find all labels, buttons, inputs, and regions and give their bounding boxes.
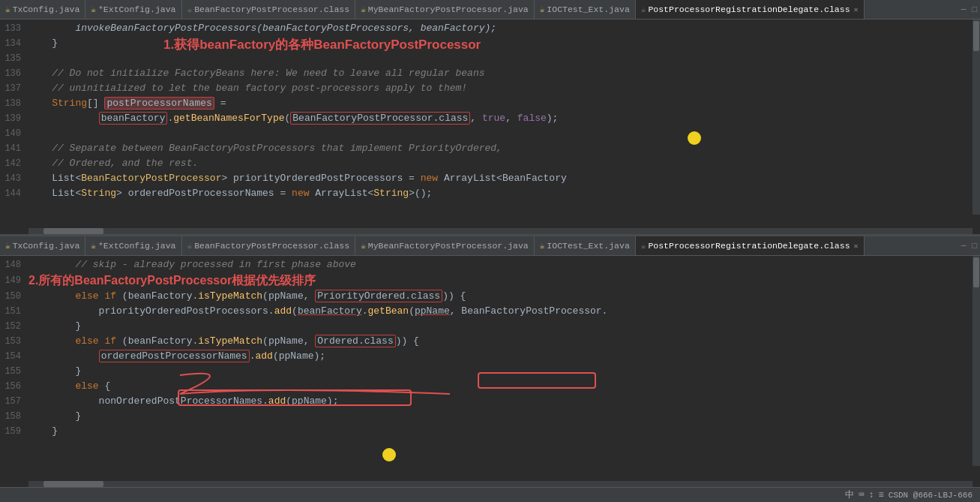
scrollbar-h-thumb[interactable] [43, 481, 103, 487]
line-content: // Do not initialize FactoryBeans here: … [28, 66, 485, 81]
tab-ioctest[interactable]: ☕ IOCTest_Ext.java [535, 0, 636, 19]
close-icon[interactable]: ✕ [854, 5, 859, 14]
java-icon: ☕ [91, 241, 96, 251]
java-icon: ☕ [5, 241, 10, 251]
scrollbar-thumb[interactable] [973, 257, 979, 287]
code-line-136: 136 // Do not initialize FactoryBeans he… [0, 66, 980, 81]
java-icon: ☕ [641, 241, 646, 251]
line-number: 152 [0, 319, 28, 334]
line-content: } [28, 424, 58, 439]
csdn-label: CSDN @666-LBJ-666 [889, 491, 973, 500]
tab-b-pprd-active[interactable]: ☕ PostProcessorRegistrationDelegate.clas… [636, 236, 865, 255]
line-content: // Separate between BeanFactoryPostProce… [28, 141, 502, 156]
tab-b-txconfig[interactable]: ☕ TxConfig.java [0, 236, 85, 255]
line-number: 154 [0, 349, 28, 364]
arrow-icon: ↕ [868, 490, 874, 500]
line-content: List<String> orderedPostProcessorNames =… [28, 186, 432, 201]
top-scrollbar-v[interactable] [973, 20, 980, 215]
annotation2-text: 2.所有的BeanFactoryPostProcessor根据优先级排序 [28, 272, 316, 289]
tab-label: MyBeanFactoryPostProcessor.java [368, 5, 529, 14]
line-number: 155 [0, 364, 28, 379]
line-number: 141 [0, 141, 28, 156]
tab-label: BeanFactoryPostProcessor.class [194, 5, 349, 14]
code-line-151: 151 priorityOrderedPostProcessors.add(be… [0, 304, 980, 319]
code-line-158: 158 } [0, 409, 980, 424]
code-line-155: 155 } [0, 364, 980, 379]
java-icon: ☕ [641, 5, 646, 14]
chinese-icon: 中 [845, 488, 854, 501]
code-line-139: 139 beanFactory.getBeanNamesForType(Bean… [0, 111, 980, 126]
line-number: 139 [0, 111, 28, 126]
tab-label: TxConfig.java [13, 241, 80, 251]
tab-b-extconfig[interactable]: ☕ *ExtConfig.java [85, 236, 181, 255]
line-number: 148 [0, 257, 28, 272]
tab-mybfpp[interactable]: ☕ MyBeanFactoryPostProcessor.java [355, 0, 535, 19]
line-number: 136 [0, 66, 28, 81]
line-content: } [28, 409, 81, 424]
bottom-code-area: 148 // skip - already processed in first… [0, 256, 980, 439]
line-content: invokeBeanFactoryPostProcessors(beanFact… [28, 21, 496, 36]
bottom-scrollbar-v[interactable] [973, 256, 980, 466]
menu-icon: ≡ [879, 490, 884, 500]
line-content [28, 51, 34, 66]
line-content: beanFactory.getBeanNamesForType(BeanFact… [28, 111, 558, 126]
line-number: 150 [0, 289, 28, 304]
top-scrollbar-h[interactable] [28, 228, 973, 234]
line-number: 153 [0, 334, 28, 349]
line-content: priorityOrderedPostProcessors.add(beanFa… [28, 304, 607, 319]
tab-ctrl-minimize[interactable]: ─ [958, 4, 970, 16]
close-icon[interactable]: ✕ [854, 242, 859, 251]
code-line-154: 154 orderedPostProcessorNames.add(ppName… [0, 349, 980, 364]
line-number: 140 [0, 126, 28, 141]
status-bar-icons: 中 ⌨ ↕ ≡ CSDN @666-LBJ-666 [845, 488, 973, 501]
tab-pprd-active[interactable]: ☕ PostProcessorRegistrationDelegate.clas… [636, 0, 865, 19]
line-content: // Ordered, and the rest. [28, 156, 198, 171]
line-number: 158 [0, 409, 28, 424]
tab-bfpp-class[interactable]: ☕ BeanFactoryPostProcessor.class [182, 0, 356, 19]
tab-label: IOCTest_Ext.java [547, 5, 629, 14]
line-number: 156 [0, 379, 28, 394]
line-number: 135 [0, 51, 28, 66]
tab-label: PostProcessorRegistrationDelegate.class [648, 241, 850, 251]
tab-extconfig[interactable]: ☕ *ExtConfig.java [85, 0, 181, 19]
line-content: } [28, 364, 81, 379]
line-number: 133 [0, 21, 28, 36]
tab-b-ctrl-restore[interactable]: □ [969, 240, 980, 252]
line-content: } [28, 36, 58, 51]
line-content: nonOrderedPostProcessorNames.add(ppName)… [28, 394, 338, 409]
line-number: 142 [0, 156, 28, 171]
code-line-156: 156 else { [0, 379, 980, 394]
line-number: 134 [0, 36, 28, 51]
tab-ctrl-restore[interactable]: □ [969, 4, 980, 16]
tab-label: *ExtConfig.java [98, 241, 176, 251]
bottom-panel: ☕ TxConfig.java ☕ *ExtConfig.java ☕ Bean… [0, 236, 980, 502]
code-line-140: 140 [0, 126, 980, 141]
tab-label: IOCTest_Ext.java [547, 241, 629, 251]
bottom-scrollbar-h[interactable] [28, 481, 973, 487]
line-content: List<BeanFactoryPostProcessor> priorityO… [28, 171, 567, 186]
line-number: 137 [0, 81, 28, 96]
yellow-dot-bottom [382, 448, 396, 461]
scrollbar-h-thumb[interactable] [43, 228, 103, 234]
tab-label: MyBeanFactoryPostProcessor.java [368, 241, 529, 251]
scrollbar-thumb[interactable] [973, 21, 979, 51]
line-content: } [28, 319, 81, 334]
code-line-141: 141 // Separate between BeanFactoryPostP… [0, 141, 980, 156]
tab-b-ioctest[interactable]: ☕ IOCTest_Ext.java [535, 236, 636, 255]
tab-b-mybfpp[interactable]: ☕ MyBeanFactoryPostProcessor.java [355, 236, 535, 255]
tab-b-bfpp-class[interactable]: ☕ BeanFactoryPostProcessor.class [182, 236, 356, 255]
java-icon: ☕ [187, 241, 193, 251]
code-line-138: 138 String[] postProcessorNames = [0, 96, 980, 111]
line-content: String[] postProcessorNames = [28, 96, 226, 111]
code-line-152: 152 } [0, 319, 980, 334]
tab-b-ctrl-minimize[interactable]: ─ [958, 240, 970, 252]
line-number: 151 [0, 304, 28, 319]
tab-label: PostProcessorRegistrationDelegate.class [648, 5, 850, 14]
code-line-143: 143 List<BeanFactoryPostProcessor> prior… [0, 171, 980, 186]
tab-txconfig[interactable]: ☕ TxConfig.java [0, 0, 85, 19]
line-number: 157 [0, 394, 28, 409]
line-content: else if (beanFactory.isTypeMatch(ppName,… [28, 334, 419, 349]
java-icon: ☕ [91, 5, 96, 14]
keyboard-icon: ⌨ [859, 489, 864, 500]
code-line-134: 134 } [0, 36, 980, 51]
